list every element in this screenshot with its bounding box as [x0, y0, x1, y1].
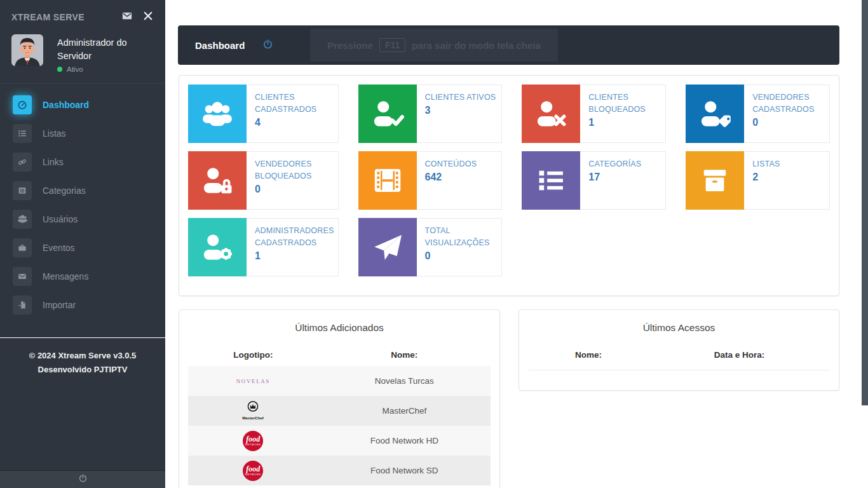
sidebar-footer: © 2024 Xtream Serve v3.0.5 Desenvolvido …	[0, 338, 165, 377]
recent-added-table: Logotipo: Nome: NOVELAS Novelas Turcas M…	[188, 343, 491, 485]
stat-card-vendedores-cadastrados: VENDEDORES CADASTRADOS0	[686, 85, 830, 143]
sidebar-item-eventos[interactable]: Eventos	[0, 233, 165, 262]
stat-card-clientes-ativos: CLIENTES ATIVOS3	[358, 85, 503, 143]
stats-panel: CLIENTES CADASTRADOS4 CLIENTES ATIVOS3 C…	[179, 75, 839, 296]
dashboard-icon	[13, 95, 32, 114]
panel-title: Últimos Adicionados	[179, 322, 499, 334]
stat-card-administradores: ADMINISTRADORES CADASTRADOS1	[188, 218, 339, 276]
user-lock-icon	[188, 151, 247, 210]
user-check-icon	[358, 85, 417, 143]
file-import-icon	[13, 295, 32, 315]
close-sidebar-button[interactable]	[142, 10, 154, 24]
row-name: MasterChef	[318, 406, 491, 416]
stat-card-total-visualizacoes: TOTAL VISUALIZAÇÕES0	[358, 218, 503, 276]
recent-access-panel: Últimos Acessos Nome: Data e Hora:	[519, 309, 839, 391]
masterchef-logo: MasterChef	[240, 400, 266, 423]
table-icon	[13, 181, 32, 200]
sidebar-item-links[interactable]: Links	[0, 147, 165, 176]
sidebar-item-listas[interactable]: Listas	[0, 119, 165, 147]
footer-developer: Desenvolvido PJTIPTV	[0, 363, 165, 377]
sidebar-item-importar[interactable]: Importar	[0, 290, 165, 319]
table-row: food network Food Network HD	[188, 426, 491, 456]
page-title: Dashboard	[195, 40, 245, 51]
film-icon	[358, 151, 417, 210]
sidebar-menu: Dashboard Listas Links Categorias	[0, 83, 165, 319]
food-network-logo: food network	[243, 461, 263, 481]
row-name: Novelas Turcas	[318, 376, 491, 386]
food-network-logo: food network	[243, 431, 263, 451]
user-tag-icon	[686, 85, 744, 143]
column-header-nome: Nome:	[528, 350, 649, 360]
user-profile: Administrador do Servidor Ativo	[0, 24, 165, 83]
sidebar-header: XTREAM SERVE	[0, 0, 165, 24]
table-row: MasterChef MasterChef	[188, 396, 491, 426]
stat-card-vendedores-bloqueados: VENDEDORES BLOQUEADOS0	[188, 151, 339, 210]
briefcase-icon	[13, 238, 32, 257]
main-content: Dashboard Pressione F11 para sair do mod…	[165, 0, 868, 488]
app-window: XTREAM SERVE	[0, 0, 868, 488]
close-icon	[142, 10, 154, 24]
messages-button[interactable]	[120, 10, 134, 24]
stat-value: 1	[588, 117, 661, 128]
stat-value: 642	[425, 172, 498, 183]
stat-value: 0	[255, 184, 334, 195]
user-name: Administrador do Servidor	[57, 36, 137, 62]
stat-card-listas: LISTAS2	[686, 151, 830, 210]
users-icon	[13, 210, 32, 229]
paper-plane-icon	[358, 218, 417, 276]
table-divider	[528, 370, 830, 370]
table-row: NOVELAS Novelas Turcas	[188, 366, 491, 396]
panel-title: Últimos Acessos	[519, 322, 839, 334]
brand-title: XTREAM SERVE	[11, 12, 112, 22]
user-gear-icon	[188, 218, 247, 276]
sidebar-item-dashboard[interactable]: Dashboard	[0, 90, 165, 119]
stat-value: 2	[752, 172, 825, 183]
fullscreen-notice: Pressione F11 para sair do modo tela che…	[310, 29, 558, 62]
stat-value: 1	[255, 250, 334, 262]
stat-value: 0	[425, 250, 498, 262]
svg-text:MasterChef: MasterChef	[242, 416, 264, 420]
recent-access-table: Nome: Data e Hora:	[528, 343, 830, 370]
stat-value: 4	[255, 117, 334, 128]
list-icon	[13, 124, 32, 143]
stat-card-categorias: CATEGORÍAS17	[522, 151, 666, 210]
column-header-data-hora: Data e Hora:	[649, 350, 830, 360]
sidebar-item-categorias[interactable]: Categorias	[0, 176, 165, 205]
topbar: Dashboard Pressione F11 para sair do mod…	[178, 25, 839, 65]
box-icon	[686, 151, 744, 210]
link-icon	[13, 152, 32, 172]
table-row: food network Food Network SD	[188, 456, 491, 485]
stat-card-conteudos: CONTEÚDOS642	[358, 151, 503, 210]
sidebar-item-usuarios[interactable]: Usuários	[0, 205, 165, 233]
status-label: Ativo	[67, 65, 83, 73]
envelope-icon	[13, 267, 32, 286]
stat-value: 3	[425, 105, 498, 116]
avatar	[11, 34, 43, 66]
logout-button[interactable]	[0, 470, 165, 488]
list-icon	[522, 151, 580, 210]
row-name: Food Network HD	[318, 436, 491, 445]
recent-added-panel: Últimos Adicionados Logotipo: Nome: NOVE…	[179, 309, 500, 488]
stat-card-clientes-bloqueados: CLIENTES BLOQUEADOS1	[522, 85, 666, 143]
power-icon	[78, 473, 88, 485]
power-icon	[262, 39, 273, 51]
topbar-logout-button[interactable]	[262, 39, 273, 51]
row-name: Food Network SD	[318, 466, 491, 475]
sidebar-item-mensagens[interactable]: Mensagens	[0, 262, 165, 290]
stat-value: 17	[588, 172, 661, 183]
vertical-scrollbar-thumb[interactable]	[862, 0, 868, 405]
column-header-nome: Nome:	[318, 350, 491, 360]
stat-value: 0	[752, 117, 825, 128]
f11-key: F11	[379, 38, 405, 52]
status-dot	[57, 67, 62, 72]
novelas-logo: NOVELAS	[236, 378, 270, 384]
sidebar: XTREAM SERVE	[0, 0, 165, 488]
footer-copyright: © 2024 Xtream Serve v3.0.5	[0, 349, 165, 363]
user-x-icon	[522, 85, 580, 143]
column-header-logotipo: Logotipo:	[188, 350, 318, 360]
users-icon	[188, 85, 247, 143]
stat-card-clientes-cadastrados: CLIENTES CADASTRADOS4	[188, 85, 339, 143]
envelope-icon	[120, 10, 134, 24]
